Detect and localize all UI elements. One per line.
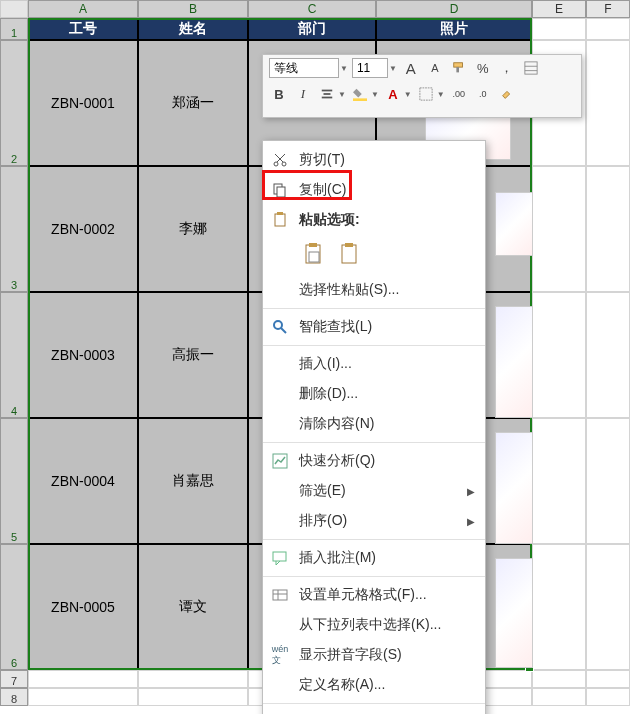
cell-A6[interactable]: ZBN-0005 bbox=[28, 544, 138, 670]
cell-F8[interactable] bbox=[586, 688, 630, 706]
photo-thumbnail-5[interactable] bbox=[495, 558, 533, 668]
menu-paste-special[interactable]: 选择性粘贴(S)... bbox=[263, 275, 485, 305]
cell-A3[interactable]: ZBN-0002 bbox=[28, 166, 138, 292]
cell-B4[interactable]: 高振一 bbox=[138, 292, 248, 418]
col-header-F[interactable]: F bbox=[586, 0, 630, 18]
font-color-icon[interactable]: A bbox=[383, 84, 403, 104]
row-header-1[interactable]: 1 bbox=[0, 18, 28, 40]
menu-define-name[interactable]: 定义名称(A)... bbox=[263, 670, 485, 700]
table-format-icon[interactable] bbox=[521, 58, 541, 78]
paste-option-values[interactable] bbox=[337, 239, 363, 269]
menu-quick-analysis[interactable]: 快速分析(Q) bbox=[263, 446, 485, 476]
cell-B6[interactable]: 谭文 bbox=[138, 544, 248, 670]
row-header-4[interactable]: 4 bbox=[0, 292, 28, 418]
menu-format-cells[interactable]: 设置单元格格式(F)... bbox=[263, 580, 485, 610]
increase-decimal-button[interactable]: .00 bbox=[449, 84, 469, 104]
menu-paste-special-label: 选择性粘贴(S)... bbox=[299, 281, 399, 299]
header-code[interactable]: 工号 bbox=[28, 18, 138, 40]
cell-B5[interactable]: 肖嘉思 bbox=[138, 418, 248, 544]
col-header-B[interactable]: B bbox=[138, 0, 248, 18]
font-size-dropdown-icon[interactable]: ▼ bbox=[389, 64, 397, 73]
italic-button[interactable]: I bbox=[293, 84, 313, 104]
cell-B7[interactable] bbox=[138, 670, 248, 688]
menu-show-phonetic-label: 显示拼音字段(S) bbox=[299, 646, 402, 664]
row-header-2[interactable]: 2 bbox=[0, 40, 28, 166]
menu-divider-6 bbox=[263, 703, 485, 704]
comma-style-button[interactable]: ， bbox=[497, 58, 517, 78]
col-header-C[interactable]: C bbox=[248, 0, 376, 18]
menu-sort[interactable]: 排序(O) ▶ bbox=[263, 506, 485, 536]
borders-icon[interactable] bbox=[416, 84, 436, 104]
cell-A4[interactable]: ZBN-0003 bbox=[28, 292, 138, 418]
blank-icon bbox=[269, 353, 291, 375]
percent-button[interactable]: % bbox=[473, 58, 493, 78]
col-header-A[interactable]: A bbox=[28, 0, 138, 18]
menu-hyperlink[interactable]: 超链接(I)... bbox=[263, 707, 485, 714]
font-name-dropdown-icon[interactable]: ▼ bbox=[340, 64, 348, 73]
menu-filter[interactable]: 筛选(E) ▶ bbox=[263, 476, 485, 506]
cell-F7[interactable] bbox=[586, 670, 630, 688]
cell-E4[interactable] bbox=[532, 292, 586, 418]
mini-toolbar: ▼ ▼ A A % ， B I ▼ ▼ A ▼ ▼ .00 .0 bbox=[262, 54, 582, 118]
cell-A8[interactable] bbox=[28, 688, 138, 706]
format-painter2-icon[interactable] bbox=[497, 84, 517, 104]
col-header-E[interactable]: E bbox=[532, 0, 586, 18]
cell-F1[interactable] bbox=[586, 18, 630, 40]
align-center-icon[interactable] bbox=[317, 84, 337, 104]
row-header-5[interactable]: 5 bbox=[0, 418, 28, 544]
header-name[interactable]: 姓名 bbox=[138, 18, 248, 40]
borders-dropdown-icon[interactable]: ▼ bbox=[437, 90, 445, 99]
quick-analysis-icon bbox=[269, 450, 291, 472]
grow-font-button[interactable]: A bbox=[401, 58, 421, 78]
cell-E3[interactable] bbox=[532, 166, 586, 292]
row-header-6[interactable]: 6 bbox=[0, 544, 28, 670]
row-header-7[interactable]: 7 bbox=[0, 670, 28, 688]
header-dept[interactable]: 部门 bbox=[248, 18, 376, 40]
align-dropdown-icon[interactable]: ▼ bbox=[338, 90, 346, 99]
menu-cut[interactable]: 剪切(T) bbox=[263, 145, 485, 175]
font-name-input[interactable] bbox=[269, 58, 339, 78]
font-size-input[interactable] bbox=[352, 58, 388, 78]
decrease-decimal-button[interactable]: .0 bbox=[473, 84, 493, 104]
cell-B2[interactable]: 郑涵一 bbox=[138, 40, 248, 166]
cell-F6[interactable] bbox=[586, 544, 630, 670]
photo-thumbnail-2[interactable] bbox=[495, 192, 533, 256]
cell-F3[interactable] bbox=[586, 166, 630, 292]
photo-thumbnail-3[interactable] bbox=[495, 306, 533, 418]
cell-E1[interactable] bbox=[532, 18, 586, 40]
cell-B3[interactable]: 李娜 bbox=[138, 166, 248, 292]
select-all-corner[interactable] bbox=[0, 0, 28, 18]
cell-E5[interactable] bbox=[532, 418, 586, 544]
menu-pick-dropdown[interactable]: 从下拉列表中选择(K)... bbox=[263, 610, 485, 640]
row-header-3[interactable]: 3 bbox=[0, 166, 28, 292]
fill-color-dropdown-icon[interactable]: ▼ bbox=[371, 90, 379, 99]
cell-A2[interactable]: ZBN-0001 bbox=[28, 40, 138, 166]
bold-button[interactable]: B bbox=[269, 84, 289, 104]
cell-E8[interactable] bbox=[532, 688, 586, 706]
header-photo[interactable]: 照片 bbox=[376, 18, 532, 40]
cell-E6[interactable] bbox=[532, 544, 586, 670]
cell-A5[interactable]: ZBN-0004 bbox=[28, 418, 138, 544]
cell-B8[interactable] bbox=[138, 688, 248, 706]
menu-insert[interactable]: 插入(I)... bbox=[263, 349, 485, 379]
cell-F4[interactable] bbox=[586, 292, 630, 418]
menu-copy[interactable]: 复制(C) bbox=[263, 175, 485, 205]
cell-F2[interactable] bbox=[586, 40, 630, 166]
photo-thumbnail-4[interactable] bbox=[495, 432, 533, 544]
svg-line-24 bbox=[281, 328, 286, 333]
menu-show-phonetic[interactable]: wén文 显示拼音字段(S) bbox=[263, 640, 485, 670]
menu-clear-contents[interactable]: 清除内容(N) bbox=[263, 409, 485, 439]
font-color-dropdown-icon[interactable]: ▼ bbox=[404, 90, 412, 99]
row-header-8[interactable]: 8 bbox=[0, 688, 28, 706]
fill-color-icon[interactable] bbox=[350, 84, 370, 104]
paste-option-default[interactable] bbox=[301, 239, 327, 269]
col-header-D[interactable]: D bbox=[376, 0, 532, 18]
menu-smart-lookup[interactable]: 智能查找(L) bbox=[263, 312, 485, 342]
format-painter-icon[interactable] bbox=[449, 58, 469, 78]
cell-F5[interactable] bbox=[586, 418, 630, 544]
cell-E7[interactable] bbox=[532, 670, 586, 688]
shrink-font-button[interactable]: A bbox=[425, 58, 445, 78]
menu-delete[interactable]: 删除(D)... bbox=[263, 379, 485, 409]
menu-insert-comment[interactable]: 插入批注(M) bbox=[263, 543, 485, 573]
cell-A7[interactable] bbox=[28, 670, 138, 688]
